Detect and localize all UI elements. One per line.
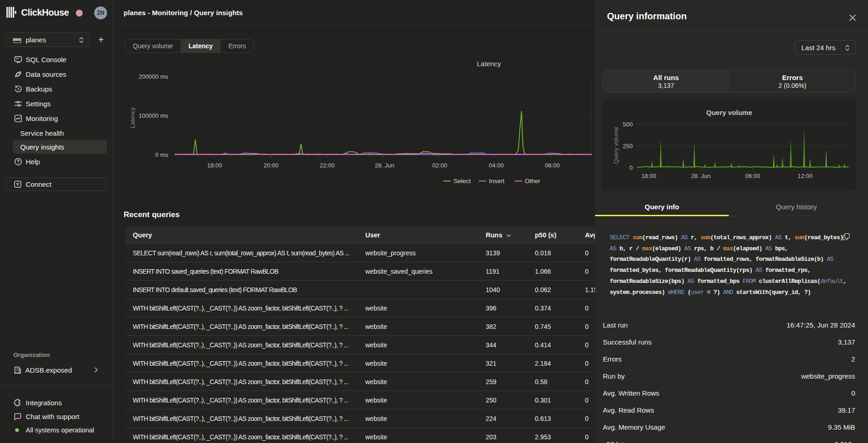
svg-text:02:00: 02:00 bbox=[432, 162, 448, 169]
svg-text:250: 250 bbox=[623, 143, 633, 150]
svg-text:18:00: 18:00 bbox=[641, 173, 657, 179]
svg-text:aws: aws bbox=[13, 37, 22, 42]
svg-text:Latency: Latency bbox=[129, 107, 136, 128]
svg-text:06:00: 06:00 bbox=[745, 173, 760, 179]
svg-text:20:00: 20:00 bbox=[264, 162, 279, 169]
svg-text:06:00: 06:00 bbox=[545, 162, 560, 169]
svg-text:500: 500 bbox=[623, 121, 633, 128]
svg-text:100000 ms: 100000 ms bbox=[139, 112, 169, 119]
svg-text:0 ms: 0 ms bbox=[155, 151, 169, 158]
svg-text:Query volume: Query volume bbox=[613, 127, 619, 164]
svg-text:28. Jun: 28. Jun bbox=[691, 173, 711, 179]
svg-text:28. Jun: 28. Jun bbox=[375, 162, 395, 169]
svg-text:Query volume: Query volume bbox=[706, 109, 752, 116]
svg-text:0: 0 bbox=[630, 164, 633, 171]
svg-text:Select: Select bbox=[454, 178, 471, 184]
svg-text:Latency: Latency bbox=[477, 60, 501, 68]
svg-text:Insert: Insert bbox=[489, 178, 505, 184]
svg-text:Other: Other bbox=[525, 178, 540, 184]
svg-text:18:00: 18:00 bbox=[207, 162, 222, 169]
svg-text:04:00: 04:00 bbox=[489, 162, 504, 169]
svg-text:22:00: 22:00 bbox=[320, 162, 335, 169]
svg-text:200000 ms: 200000 ms bbox=[139, 73, 169, 80]
svg-text:12:00: 12:00 bbox=[798, 173, 813, 179]
